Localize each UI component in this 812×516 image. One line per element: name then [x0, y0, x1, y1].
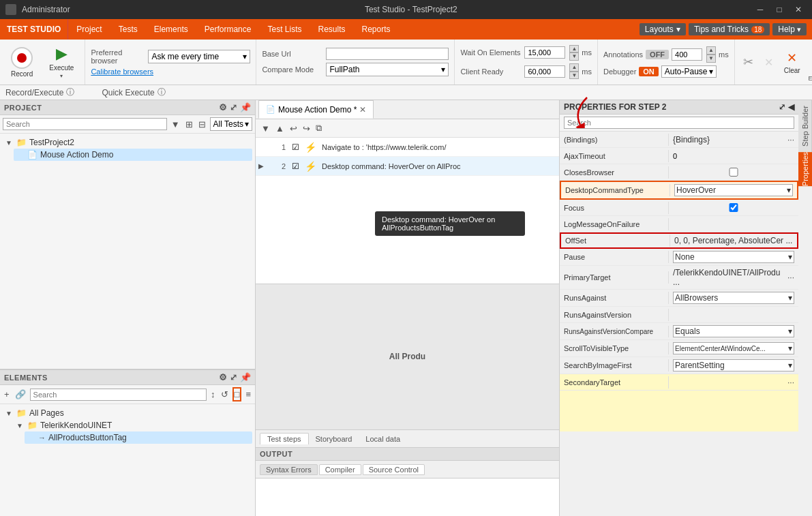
- properties-search-input[interactable]: [564, 117, 794, 129]
- project-root-item[interactable]: ▼ 📁 TestProject2: [3, 136, 252, 149]
- runs-against-version-compare-dropdown[interactable]: Equals▾: [673, 325, 794, 337]
- elements-refresh-icon[interactable]: ↺: [220, 388, 230, 401]
- menu-reports[interactable]: Reports: [353, 19, 398, 40]
- local-data-tab[interactable]: Local data: [359, 434, 407, 444]
- close-button[interactable]: ✕: [790, 4, 807, 15]
- project-search-input[interactable]: [3, 118, 167, 130]
- annotations-ms-input[interactable]: [672, 48, 702, 61]
- wait-elements-input[interactable]: [524, 46, 565, 59]
- step-2-row[interactable]: ▶ 2 ☑ ⚡ Desktop command: HoverOver on Al…: [256, 157, 559, 176]
- help-button[interactable]: Help ▾: [772, 23, 807, 35]
- elements-settings-icon[interactable]: ⚙: [219, 372, 227, 382]
- record-execute-info-icon[interactable]: ⓘ: [66, 87, 74, 98]
- properties-sidebar[interactable]: Properties: [798, 152, 812, 186]
- elements-pin-icon[interactable]: 📌: [240, 372, 251, 382]
- elements-add-icon[interactable]: +: [3, 388, 11, 401]
- mouse-action-demo-item[interactable]: 📄 Mouse Action Demo: [14, 149, 252, 161]
- ajax-timeout-input[interactable]: [673, 152, 794, 160]
- mouse-action-tab[interactable]: 📄 Mouse Action Demo * ✕: [258, 100, 374, 119]
- annotations-toggle[interactable]: OFF: [646, 50, 669, 59]
- elements-more-icon[interactable]: ≡: [244, 388, 252, 401]
- menu-elements[interactable]: Elements: [146, 19, 196, 40]
- telerik-kendo-item[interactable]: ▼ 📁 TelerikKendoUINET: [14, 419, 252, 431]
- ajax-timeout-value[interactable]: [669, 150, 798, 162]
- record-button[interactable]: Record: [5, 44, 38, 80]
- quick-execute-info-icon[interactable]: ⓘ: [157, 87, 166, 98]
- runs-against-version-input[interactable]: [673, 311, 794, 319]
- log-message-input[interactable]: [673, 220, 794, 228]
- step2-checkbox[interactable]: ☑: [288, 162, 302, 171]
- dropdown-arrow-icon[interactable]: ▼: [260, 122, 271, 135]
- wait-elements-up[interactable]: ▲: [569, 45, 579, 53]
- annotations-down[interactable]: ▼: [706, 55, 716, 63]
- all-pages-item[interactable]: ▼ 📁 All Pages: [3, 407, 252, 419]
- debugger-toggle[interactable]: ON: [639, 67, 659, 76]
- client-ready-input[interactable]: [524, 65, 565, 78]
- elements-expand-icon[interactable]: ⤢: [230, 372, 237, 382]
- search-by-image-dropdown[interactable]: ParentSetting▾: [673, 359, 794, 371]
- runs-against-version-value[interactable]: [669, 309, 798, 321]
- compiler-tab[interactable]: Compiler: [319, 464, 361, 475]
- all-tests-dropdown[interactable]: All Tests▾: [210, 117, 252, 131]
- tab-close-button[interactable]: ✕: [359, 105, 366, 115]
- focus-checkbox[interactable]: [673, 203, 794, 212]
- bindings-ellipsis-button[interactable]: ···: [787, 135, 794, 145]
- execute-button[interactable]: ▶ Execute ▾: [44, 42, 79, 82]
- scroll-to-visible-dropdown[interactable]: ElementCenterAtWindowCe...▾: [673, 342, 794, 354]
- step-builder-sidebar[interactable]: Step Builder: [798, 100, 812, 152]
- clear-button[interactable]: ✕ Clear: [781, 48, 803, 77]
- step-1-row[interactable]: 1 ☑ ⚡ Navigate to : 'https://www.telerik…: [256, 138, 559, 157]
- step2-expand[interactable]: ▶: [258, 162, 267, 170]
- client-ready-down[interactable]: ▼: [569, 72, 579, 80]
- storyboard-tab[interactable]: Storyboard: [309, 434, 359, 444]
- closes-browser-checkbox[interactable]: [673, 168, 794, 177]
- source-control-tab[interactable]: Source Control: [363, 464, 425, 475]
- elements-sort-icon[interactable]: ↕: [209, 388, 217, 401]
- menu-tests[interactable]: Tests: [110, 19, 146, 40]
- menu-performance[interactable]: Performance: [196, 19, 260, 40]
- root-expand-icon[interactable]: ▼: [5, 139, 14, 147]
- log-message-value[interactable]: [669, 218, 798, 230]
- test-steps-tab[interactable]: Test steps: [260, 433, 309, 444]
- layouts-button[interactable]: Layouts ▾: [640, 23, 686, 35]
- tips-button[interactable]: Tips and Tricks 18: [689, 23, 770, 35]
- desktop-command-type-dropdown[interactable]: HoverOver▾: [674, 184, 793, 196]
- elements-highlight-icon[interactable]: □: [232, 387, 242, 401]
- calibrate-link[interactable]: Calibrate browsers: [91, 67, 153, 76]
- menu-test-lists[interactable]: Test Lists: [259, 19, 310, 40]
- properties-pin-icon[interactable]: ◀: [788, 102, 794, 112]
- all-pages-expand-icon[interactable]: ▼: [5, 410, 14, 417]
- wait-elements-down[interactable]: ▼: [569, 52, 579, 61]
- project-expand-icon[interactable]: ⤢: [230, 102, 237, 112]
- compare-mode-dropdown[interactable]: FullPath▾: [326, 63, 449, 76]
- menu-results[interactable]: Results: [310, 19, 353, 40]
- minimize-button[interactable]: ─: [752, 4, 768, 15]
- elements-search-input[interactable]: [30, 389, 207, 401]
- project-settings-icon[interactable]: ⚙: [219, 102, 227, 112]
- menu-project[interactable]: Project: [68, 19, 110, 40]
- primary-target-ellipsis[interactable]: ···: [787, 273, 794, 282]
- client-ready-up[interactable]: ▲: [569, 63, 579, 72]
- copy-step-icon[interactable]: ⧉: [314, 121, 323, 135]
- all-products-tag-item[interactable]: → AllProductsButtonTag: [25, 431, 252, 444]
- base-url-input[interactable]: [326, 48, 449, 60]
- auto-pause-dropdown[interactable]: Auto-Pause▾: [661, 65, 717, 78]
- pause-dropdown[interactable]: None▾: [673, 251, 794, 263]
- maximize-button[interactable]: □: [771, 4, 787, 15]
- undo-step-icon[interactable]: ↩: [288, 122, 299, 135]
- project-pin-icon[interactable]: 📌: [240, 102, 251, 112]
- project-expand-all-icon[interactable]: ⊞: [184, 118, 194, 131]
- cut-button[interactable]: ✂: [740, 52, 756, 72]
- move-up-icon[interactable]: ▲: [274, 122, 286, 135]
- browser-dropdown[interactable]: Ask me every time▾: [148, 50, 250, 63]
- elements-link-icon[interactable]: 🔗: [14, 388, 27, 401]
- redo-step-icon[interactable]: ↪: [301, 122, 312, 135]
- properties-expand-icon[interactable]: ⤢: [779, 102, 785, 112]
- runs-against-dropdown[interactable]: AllBrowsers▾: [673, 292, 794, 304]
- project-collapse-all-icon[interactable]: ⊟: [197, 118, 207, 131]
- telerik-kendo-expand-icon[interactable]: ▼: [16, 422, 25, 429]
- secondary-target-ellipsis[interactable]: ···: [787, 378, 794, 387]
- undo-edit-button[interactable]: ✕: [762, 53, 776, 72]
- project-sort-icon[interactable]: ▼: [170, 118, 181, 131]
- annotations-up[interactable]: ▲: [706, 46, 716, 55]
